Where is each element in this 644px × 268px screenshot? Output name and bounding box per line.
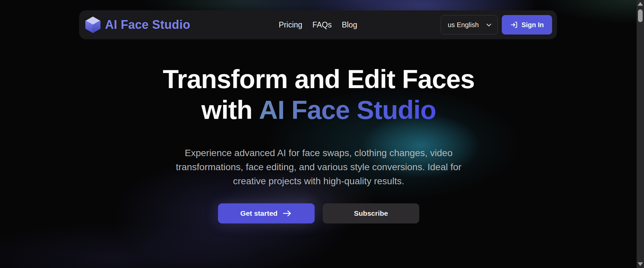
nav-link-blog[interactable]: Blog bbox=[342, 20, 357, 29]
navbar: AI Face Studio Pricing FAQs Blog us Engl… bbox=[79, 10, 557, 39]
cta-row: Get started Subscribe bbox=[0, 203, 637, 223]
sign-in-button[interactable]: Sign In bbox=[502, 15, 552, 35]
hero-title-line2-prefix: with bbox=[201, 95, 252, 125]
logo-text: AI Face Studio bbox=[105, 18, 190, 32]
background-glow bbox=[0, 0, 644, 268]
language-selector[interactable]: us English bbox=[441, 15, 498, 35]
arrow-right-icon bbox=[282, 209, 292, 217]
language-selector-value: us English bbox=[448, 21, 479, 29]
hero-title-line1: Transform and Edit Faces bbox=[163, 64, 475, 94]
cube-logo-icon bbox=[85, 16, 101, 33]
subscribe-button[interactable]: Subscribe bbox=[323, 203, 419, 223]
hero-title-brand: AI Face Studio bbox=[259, 95, 436, 125]
chevron-down-icon bbox=[486, 22, 492, 28]
nav-link-pricing[interactable]: Pricing bbox=[279, 20, 302, 29]
get-started-label: Get started bbox=[240, 209, 278, 217]
scrollbar-thumb[interactable] bbox=[638, 9, 643, 22]
scroll-up-icon[interactable] bbox=[638, 2, 643, 6]
navbar-right-group: us English Sign In bbox=[441, 15, 552, 35]
page: AI Face Studio Pricing FAQs Blog us Engl… bbox=[0, 0, 644, 268]
hero-title: Transform and Edit FaceswithAI Face Stud… bbox=[0, 64, 637, 125]
nav-link-faqs[interactable]: FAQs bbox=[312, 20, 332, 29]
scroll-down-icon[interactable] bbox=[638, 262, 643, 266]
scrollbar[interactable] bbox=[637, 0, 644, 268]
get-started-button[interactable]: Get started bbox=[218, 203, 315, 223]
sign-in-label: Sign In bbox=[522, 21, 544, 29]
logo[interactable]: AI Face Studio bbox=[85, 16, 190, 33]
nav-links: Pricing FAQs Blog bbox=[279, 20, 357, 29]
hero-description: Experience advanced AI for face swaps, c… bbox=[159, 146, 478, 188]
subscribe-label: Subscribe bbox=[354, 209, 388, 217]
login-icon bbox=[510, 21, 518, 29]
